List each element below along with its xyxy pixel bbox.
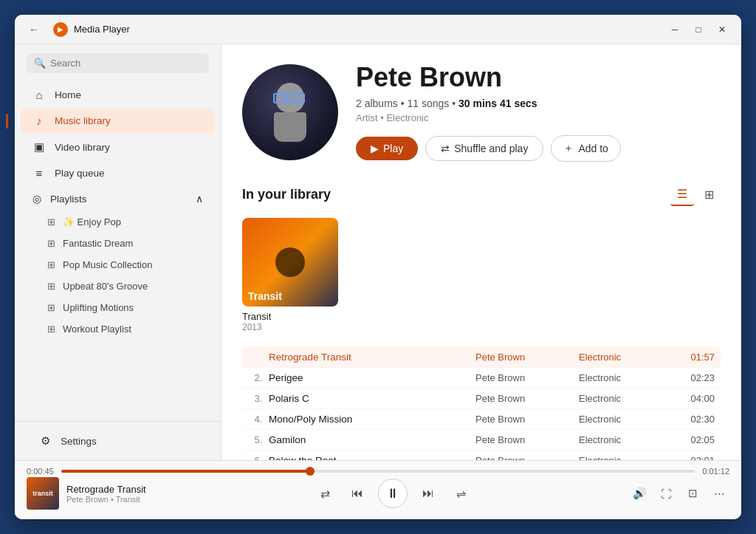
track-genre: Electronic [579, 352, 682, 363]
search-bar[interactable]: 🔍 [27, 53, 209, 73]
grid-view-button[interactable]: ⊞ [697, 182, 721, 206]
settings-icon: ⚙ [38, 434, 52, 448]
video-library-icon: ▣ [32, 140, 46, 154]
close-button[interactable]: ✕ [712, 19, 732, 40]
table-row[interactable]: 2. Perigee Pete Brown Electronic 02:23 [242, 368, 721, 388]
sidebar-item-play-queue-label: Play queue [55, 168, 105, 179]
fullscreen-button[interactable]: ⛶ [656, 483, 676, 504]
table-row[interactable]: 3. Polaris C Pete Brown Electronic 04:00 [242, 388, 721, 409]
center-controls: ⇄ ⏮ ⏸ ⏭ ⇌ [189, 479, 597, 508]
sidebar-item-settings[interactable]: ⚙ Settings [27, 428, 209, 453]
track-genre: Electronic [579, 372, 682, 383]
track-genre: Electronic [579, 434, 682, 445]
glass-left [273, 93, 288, 103]
shuffle-ctrl-button[interactable]: ⇄ [313, 482, 337, 505]
track-title: Retrograde Transit [269, 352, 475, 363]
now-playing-subtitle: Pete Brown • Transit [66, 495, 146, 504]
track-title: Gamilon [269, 434, 475, 445]
search-icon: 🔍 [34, 58, 46, 69]
avatar-person [261, 83, 320, 142]
track-genre: Electronic [579, 455, 682, 460]
volume-button[interactable]: 🔊 [629, 483, 650, 504]
sidebar-item-home-label: Home [55, 89, 81, 100]
playlist-item-pop-music-collection[interactable]: ⊞ Pop Music Collection [21, 254, 215, 275]
maximize-button[interactable]: □ [688, 19, 709, 40]
album-label: Transit [248, 290, 282, 302]
minimize-button[interactable]: ─ [664, 19, 685, 40]
track-number: 6. [248, 455, 269, 460]
track-title: Mono/Poly Mission [269, 414, 475, 425]
sidebar-bottom: ⚙ Settings [15, 421, 221, 460]
track-title: Perigee [269, 372, 475, 383]
library-section-header: In your library ☰ ⊞ [242, 182, 721, 206]
duration: 30 mins 41 secs [458, 97, 537, 109]
view-icons: ☰ ⊞ [670, 182, 721, 206]
table-row[interactable]: 5. Gamilon Pete Brown Electronic 02:05 [242, 430, 721, 451]
track-number: 4. [248, 414, 269, 425]
track-number: 3. [248, 393, 269, 404]
playlist-icon: ⊞ [47, 259, 55, 270]
player-controls: transit Retrograde Transit Pete Brown • … [27, 477, 729, 513]
playlist-item-uplifting-motions[interactable]: ⊞ Uplifting Motions [21, 297, 215, 318]
track-duration: 02:30 [682, 414, 715, 425]
repeat-button[interactable]: ⇌ [449, 482, 472, 505]
track-artist: Pete Brown [475, 455, 579, 460]
table-row[interactable]: 6. Below the Root Pete Brown Electronic … [242, 451, 721, 460]
dot-separator-1: • [401, 97, 408, 109]
album-cover-transit: Transit [242, 218, 338, 307]
list-view-button[interactable]: ☰ [670, 182, 694, 206]
playlist-fantastic-dream-label: Fantastic Dream [63, 238, 133, 249]
playlist-item-workout-playlist[interactable]: ⊞ Workout Playlist [21, 318, 215, 340]
album-card-transit[interactable]: Transit Transit 2013 [242, 218, 338, 332]
glass-right [290, 93, 305, 103]
add-to-button[interactable]: ＋ Add to [551, 135, 620, 162]
track-genre: Electronic [579, 414, 682, 425]
artist-info: Pete Brown 2 albums • 11 songs • 30 mins… [356, 62, 721, 162]
play-icon: ▶ [371, 143, 379, 154]
play-pause-button[interactable]: ⏸ [378, 479, 408, 508]
sidebar-item-music-library[interactable]: ♪ Music library [21, 109, 215, 133]
table-row[interactable]: ⏸ Retrograde Transit Pete Brown Electron… [242, 347, 721, 368]
back-button[interactable]: ← [24, 19, 44, 40]
sidebar-item-home[interactable]: ⌂ Home [21, 83, 215, 107]
track-artist: Pete Brown [475, 414, 579, 425]
now-playing: transit Retrograde Transit Pete Brown • … [27, 477, 189, 510]
window-controls: ─ □ ✕ [664, 19, 732, 40]
playlist-upbeat-groove-label: Upbeat 80's Groove [63, 281, 148, 292]
add-icon: ＋ [563, 142, 574, 155]
playlists-icon: ◎ [32, 193, 41, 205]
track-duration: 04:00 [682, 393, 715, 404]
playlist-item-fantastic-dream[interactable]: ⊞ Fantastic Dream [21, 233, 215, 254]
shuffle-button[interactable]: ⇄ Shuffle and play [425, 136, 543, 161]
play-button[interactable]: ▶ Play [356, 137, 418, 160]
now-playing-title: Retrograde Transit [66, 484, 146, 495]
chevron-up-icon: ∧ [196, 193, 203, 205]
sidebar: 🔍 ⌂ Home ♪ Music library ▣ Video library… [15, 44, 221, 460]
sidebar-item-video-library[interactable]: ▣ Video library [21, 134, 215, 160]
album-circle [275, 247, 305, 277]
track-artist: Pete Brown [475, 393, 579, 404]
search-input[interactable] [50, 58, 202, 69]
progress-bar[interactable] [61, 470, 695, 473]
playlist-icon: ⊞ [47, 216, 55, 227]
shuffle-icon: ⇄ [441, 143, 450, 154]
track-genre: Electronic [579, 393, 682, 404]
playlist-workout-label: Workout Playlist [63, 324, 131, 335]
table-row[interactable]: 4. Mono/Poly Mission Pete Brown Electron… [242, 409, 721, 430]
albums-count: 2 albums [356, 97, 398, 109]
playlist-pop-music-collection-label: Pop Music Collection [63, 259, 152, 270]
cast-button[interactable]: ⊡ [682, 483, 703, 504]
track-title: Below the Root [269, 455, 475, 460]
prev-button[interactable]: ⏮ [346, 482, 369, 505]
playlist-item-upbeat-groove[interactable]: ⊞ Upbeat 80's Groove [21, 275, 215, 297]
time-total: 0:01:12 [702, 467, 729, 476]
settings-label: Settings [61, 436, 97, 447]
sidebar-item-play-queue[interactable]: ≡ Play queue [21, 161, 215, 185]
app-window: ← ▶ Media Player ─ □ ✕ 🔍 ⌂ Home ♪ Music … [15, 15, 741, 519]
playlist-item-enjoy-pop[interactable]: ⊞ ✨ Enjoy Pop [21, 211, 215, 233]
app-title: Media Player [74, 24, 130, 35]
next-button[interactable]: ⏭ [416, 482, 440, 505]
track-title: Polaris C [269, 393, 475, 404]
more-options-button[interactable]: ⋯ [709, 483, 729, 504]
playlists-section-header[interactable]: ◎ Playlists ∧ [21, 187, 215, 210]
